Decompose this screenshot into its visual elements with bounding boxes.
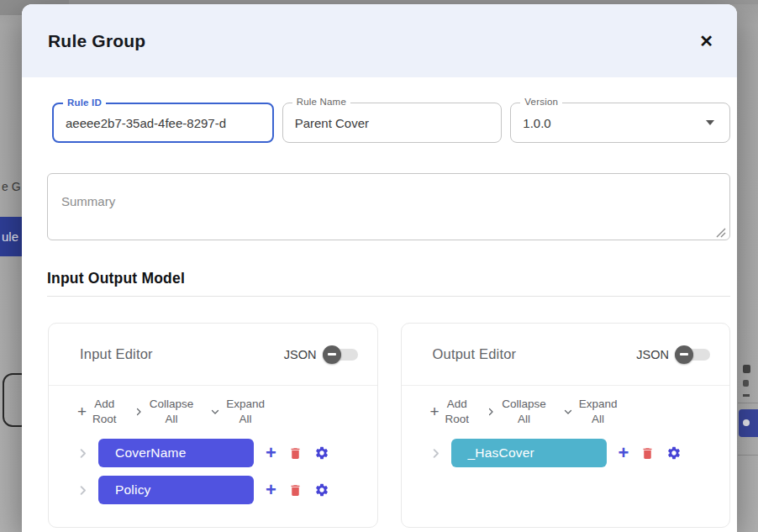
json-toggle[interactable] xyxy=(675,345,711,364)
rule-group-dialog: Rule Group ✕ Rule ID Rule Name Version 1… xyxy=(22,4,737,532)
gear-icon xyxy=(314,445,329,461)
backdrop-divider-fragment xyxy=(738,403,758,403)
input-editor-toolbar: + Add Root Collapse All xyxy=(49,386,377,433)
node-covername-button[interactable]: CoverName xyxy=(98,439,254,467)
tree-row: Policy + xyxy=(76,476,377,504)
backdrop-blue-button-dot xyxy=(743,419,750,426)
add-child-button[interactable]: + xyxy=(266,481,276,499)
output-editor-toolbar: + Add Root Collapse All xyxy=(402,386,730,433)
backdrop-text-fragment xyxy=(743,365,750,373)
output-editor-title: Output Editor xyxy=(433,346,517,362)
label-line: All xyxy=(150,412,194,427)
rule-id-field[interactable]: Rule ID xyxy=(52,103,274,143)
section-divider xyxy=(47,296,730,297)
gear-icon xyxy=(666,445,682,461)
output-json-toggle-group: JSON xyxy=(636,345,711,364)
settings-node-button[interactable] xyxy=(314,482,329,498)
version-select[interactable]: Version 1.0.0 xyxy=(510,103,730,143)
backdrop-text-fragment xyxy=(743,380,749,387)
summary-field-wrap xyxy=(47,173,730,244)
expand-all-button[interactable]: Expand All xyxy=(210,397,265,426)
chevron-right-icon[interactable] xyxy=(76,447,89,460)
input-editor-tree: CoverName + Policy + xyxy=(49,433,377,504)
summary-textarea[interactable] xyxy=(47,173,730,240)
version-value: 1.0.0 xyxy=(523,116,550,130)
collapse-all-button[interactable]: Collapse All xyxy=(134,397,194,426)
node-hascover-button[interactable]: _HasCover xyxy=(451,439,607,467)
trash-icon xyxy=(288,483,303,498)
editor-panels: Input Editor JSON + Add Root xyxy=(48,323,730,528)
rule-name-label: Rule Name xyxy=(292,97,350,107)
add-root-button[interactable]: + Add Root xyxy=(430,397,470,426)
delete-node-button[interactable] xyxy=(288,446,303,461)
version-label: Version xyxy=(520,97,562,107)
minus-icon xyxy=(328,353,336,356)
input-editor-title: Input Editor xyxy=(80,346,153,362)
label-line: Add xyxy=(445,397,470,412)
backdrop-divider-fragment xyxy=(738,455,758,456)
output-editor-panel: Output Editor JSON + Add Roo xyxy=(401,323,731,528)
label-line: Expand xyxy=(226,397,265,412)
chevron-down-icon xyxy=(563,407,573,417)
add-root-button[interactable]: + Add Root xyxy=(77,397,117,426)
settings-node-button[interactable] xyxy=(314,445,329,461)
plus-icon: + xyxy=(430,403,440,419)
close-icon[interactable]: ✕ xyxy=(696,29,717,53)
expand-all-button[interactable]: Expand All xyxy=(563,397,618,426)
settings-node-button[interactable] xyxy=(666,445,682,461)
chevron-down-icon xyxy=(706,120,714,125)
plus-icon: + xyxy=(77,403,87,419)
json-toggle-label: JSON xyxy=(284,348,317,361)
chevron-right-icon[interactable] xyxy=(76,484,89,497)
label-line: Collapse xyxy=(502,397,546,412)
gear-icon xyxy=(314,482,329,498)
expand-all-label: Expand All xyxy=(579,397,618,426)
trash-icon xyxy=(640,446,655,461)
section-title: Input Output Model xyxy=(47,270,730,287)
rule-name-field[interactable]: Rule Name xyxy=(282,103,503,143)
json-toggle[interactable] xyxy=(323,345,359,364)
label-line: Add xyxy=(92,397,117,412)
add-child-button[interactable]: + xyxy=(266,444,276,462)
form-fields-row: Rule ID Rule Name Version 1.0.0 xyxy=(52,103,730,143)
dialog-header: Rule Group ✕ xyxy=(22,4,737,77)
chevron-right-icon xyxy=(134,407,144,417)
label-line: Root xyxy=(445,412,470,427)
toggle-knob xyxy=(675,345,693,364)
chevron-right-icon xyxy=(486,407,496,417)
add-child-button[interactable]: + xyxy=(619,444,629,462)
label-line: All xyxy=(579,412,618,427)
dialog-body: Rule ID Rule Name Version 1.0.0 Input Ou… xyxy=(22,103,737,528)
expand-all-label: Expand All xyxy=(226,397,265,426)
dialog-title: Rule Group xyxy=(48,31,145,51)
label-line: Root xyxy=(92,412,117,427)
chevron-down-icon xyxy=(210,407,220,417)
rule-id-label: Rule ID xyxy=(63,97,106,108)
collapse-all-button[interactable]: Collapse All xyxy=(486,397,546,426)
label-line: All xyxy=(502,412,546,427)
rule-name-input[interactable] xyxy=(295,116,490,130)
add-root-label: Add Root xyxy=(445,397,470,426)
tree-row: CoverName + xyxy=(76,439,377,467)
label-line: Expand xyxy=(579,397,618,412)
tree-row: _HasCover + xyxy=(429,439,730,467)
output-editor-header: Output Editor JSON xyxy=(402,324,730,386)
label-line: Collapse xyxy=(150,397,194,412)
delete-node-button[interactable] xyxy=(288,483,303,498)
rule-id-input[interactable] xyxy=(66,116,261,130)
label-line: All xyxy=(226,412,265,427)
input-editor-header: Input Editor JSON xyxy=(49,324,377,386)
backdrop-clipped-text: e G xyxy=(2,180,21,193)
minus-icon xyxy=(680,353,688,356)
add-root-label: Add Root xyxy=(92,397,117,426)
output-editor-tree: _HasCover + xyxy=(402,433,730,467)
node-policy-button[interactable]: Policy xyxy=(98,476,254,504)
delete-node-button[interactable] xyxy=(640,446,655,461)
chevron-right-icon[interactable] xyxy=(429,447,442,460)
collapse-all-label: Collapse All xyxy=(502,397,546,426)
collapse-all-label: Collapse All xyxy=(150,397,194,426)
input-json-toggle-group: JSON xyxy=(284,345,359,364)
backdrop-rule-button-fragment: ule xyxy=(0,217,22,256)
input-editor-panel: Input Editor JSON + Add Root xyxy=(48,323,378,528)
toggle-knob xyxy=(323,345,341,364)
